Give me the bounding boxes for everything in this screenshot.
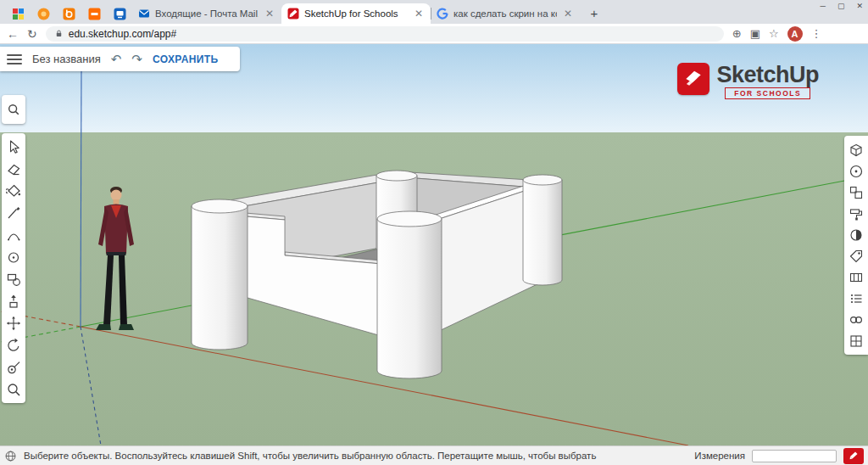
components-icon xyxy=(849,185,864,200)
search-tool-button[interactable] xyxy=(2,95,25,124)
outliner-panel[interactable] xyxy=(845,288,867,309)
share-icon[interactable]: ⊕ xyxy=(732,27,742,40)
materials-panel[interactable] xyxy=(845,203,867,224)
url-text: edu.sketchup.com/app# xyxy=(69,28,176,40)
arc-icon xyxy=(6,227,21,243)
move-icon xyxy=(6,316,21,331)
entity-info-panel[interactable] xyxy=(845,139,867,160)
tab-close-icon[interactable]: ✕ xyxy=(562,8,574,19)
circle-tool[interactable] xyxy=(3,246,25,268)
pinned-tab-3[interactable] xyxy=(56,3,81,24)
status-hint-text: Выберите объекты. Воспользуйтесь клавише… xyxy=(24,451,687,461)
tab-strip: Входящие - Почта Mail.ru ✕ SketchUp for … xyxy=(0,0,868,24)
back-icon[interactable]: ← xyxy=(7,28,19,40)
instructor-icon xyxy=(849,164,864,179)
window-controls: ─ ▢ ✕ xyxy=(821,2,863,10)
url-omnibox[interactable]: edu.sketchup.com/app# xyxy=(46,26,724,42)
minimize-icon[interactable]: ─ xyxy=(821,2,826,10)
push-pull-tool[interactable] xyxy=(3,290,25,312)
right-panel-rail xyxy=(844,136,868,355)
tape-measure-tool[interactable] xyxy=(3,356,25,378)
chrome-menu-icon[interactable]: ⋮ xyxy=(811,27,822,40)
grid-icon xyxy=(849,333,864,349)
new-tab-button[interactable]: + xyxy=(585,3,604,22)
pinned-tab-2[interactable] xyxy=(31,3,56,24)
logo-wordmark: SketchUp xyxy=(716,63,819,87)
paint-bucket-tool[interactable] xyxy=(3,180,25,202)
line-tool[interactable] xyxy=(3,202,25,224)
undo-button[interactable]: ↶ xyxy=(111,53,122,65)
close-icon[interactable]: ✕ xyxy=(856,2,863,10)
cube-icon xyxy=(849,143,864,158)
tab-mail[interactable]: Входящие - Почта Mail.ru ✕ xyxy=(132,3,281,24)
secure-lock-icon xyxy=(54,29,64,38)
select-cursor-icon xyxy=(6,139,21,154)
zoom-tool[interactable] xyxy=(3,378,25,401)
shapes-icon xyxy=(6,272,21,287)
reload-icon[interactable]: ↻ xyxy=(27,28,37,40)
pinned-tab-4[interactable] xyxy=(81,3,107,24)
maximize-icon[interactable]: ▢ xyxy=(837,2,845,10)
tab-separator xyxy=(431,8,431,20)
rotate-icon xyxy=(6,338,21,353)
styles-icon xyxy=(849,227,864,243)
document-title[interactable]: Без названия xyxy=(32,53,101,65)
tab-google-search[interactable]: как сделать скрин на компе - П ✕ xyxy=(431,3,580,24)
sketchup-logo-mark-icon xyxy=(677,63,709,95)
list-icon xyxy=(849,291,864,306)
move-tool[interactable] xyxy=(3,312,25,334)
infinity-icon xyxy=(849,312,864,328)
scenes-panel[interactable] xyxy=(845,266,867,288)
search-icon xyxy=(7,103,20,116)
pencil-icon xyxy=(6,205,21,221)
left-toolbar xyxy=(2,133,25,403)
pinned-tab-5[interactable] xyxy=(107,3,132,24)
paint-bucket-icon xyxy=(6,183,21,199)
film-icon xyxy=(849,270,864,285)
instructor-panel[interactable] xyxy=(845,160,867,182)
sketchup-chip-icon[interactable] xyxy=(843,448,864,464)
rotate-tool[interactable] xyxy=(3,334,25,356)
tab-sketchup-active[interactable]: SketchUp for Schools ✕ xyxy=(281,3,431,24)
paint-roller-icon xyxy=(849,206,864,221)
measurements-input[interactable] xyxy=(752,450,837,462)
shapes-tool[interactable] xyxy=(3,268,25,290)
tower-front xyxy=(377,219,442,378)
menu-hamburger-icon[interactable] xyxy=(7,54,22,64)
styles-panel[interactable] xyxy=(845,224,867,245)
tape-measure-icon xyxy=(6,360,21,375)
mail-envelope-icon xyxy=(138,8,150,20)
address-bar: ← ↻ edu.sketchup.com/app# ⊕ ▣ ☆ A ⋮ xyxy=(0,24,868,44)
components-panel[interactable] xyxy=(845,182,867,203)
tags-panel[interactable] xyxy=(845,245,867,266)
tab-label: как сделать скрин на компе - П xyxy=(453,8,557,19)
globe-icon[interactable] xyxy=(4,450,17,462)
bookmark-star-icon[interactable]: ☆ xyxy=(769,27,779,40)
measurements-label: Измерения xyxy=(694,451,745,461)
circle-icon xyxy=(6,249,21,265)
push-pull-icon xyxy=(6,294,21,309)
browser-window: Входящие - Почта Mail.ru ✕ SketchUp for … xyxy=(0,0,868,465)
zoom-icon xyxy=(6,382,21,397)
eraser-tool[interactable] xyxy=(3,158,25,180)
sketchup-watermark: SketchUp FOR SCHOOLS xyxy=(677,63,819,99)
3d-viewport[interactable] xyxy=(0,44,868,445)
tab-close-icon[interactable]: ✕ xyxy=(264,8,275,19)
select-tool[interactable] xyxy=(3,136,25,158)
profile-avatar[interactable]: A xyxy=(787,26,803,42)
tab-label: Входящие - Почта Mail.ru xyxy=(155,8,259,19)
google-g-icon xyxy=(437,8,448,20)
redo-button[interactable]: ↷ xyxy=(131,53,142,65)
display-panel[interactable] xyxy=(845,330,867,351)
tab-label: SketchUp for Schools xyxy=(304,8,408,19)
orange-circle-icon xyxy=(37,8,50,20)
tab-close-icon[interactable]: ✕ xyxy=(413,8,425,19)
reader-icon[interactable]: ▣ xyxy=(750,27,760,40)
viewport-area xyxy=(0,44,868,445)
pinned-tab-1[interactable] xyxy=(5,3,31,24)
soften-edges-panel[interactable] xyxy=(845,309,867,330)
sketchup-logo-icon xyxy=(287,8,299,20)
orange-square-icon xyxy=(88,8,101,20)
save-button[interactable]: СОХРАНИТЬ xyxy=(153,53,219,65)
arc-tool[interactable] xyxy=(3,224,25,246)
